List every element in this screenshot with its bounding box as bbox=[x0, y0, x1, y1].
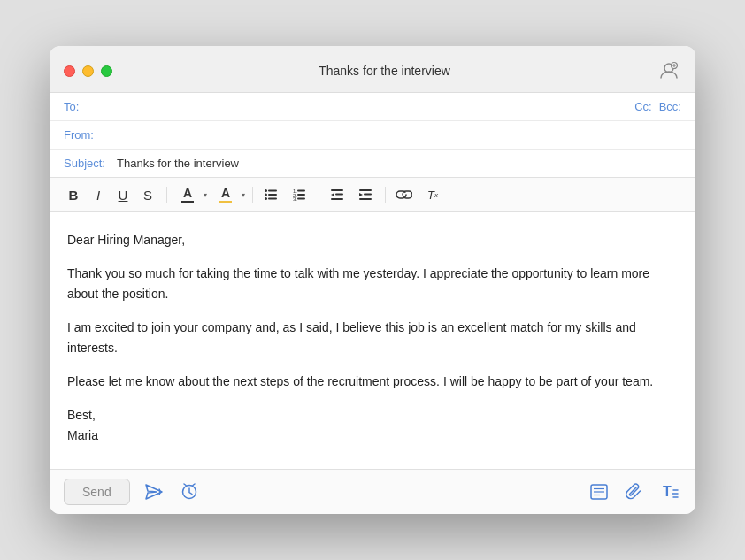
outdent-button[interactable] bbox=[326, 183, 349, 206]
font-color-group: A ▾ bbox=[174, 183, 207, 206]
font-color-indicator bbox=[181, 201, 194, 203]
svg-rect-13 bbox=[297, 194, 305, 196]
format-text-icon[interactable]: T bbox=[658, 480, 681, 503]
svg-rect-5 bbox=[268, 190, 277, 192]
separator-3 bbox=[319, 187, 319, 203]
link-button[interactable] bbox=[393, 183, 416, 206]
svg-rect-9 bbox=[268, 198, 277, 200]
compose-window: Thanks for the interview To: Cc: Bcc: Fr… bbox=[50, 46, 695, 514]
from-label: From: bbox=[64, 128, 117, 142]
header-fields: To: Cc: Bcc: From: Subject: bbox=[50, 93, 695, 178]
window-title: Thanks for the interview bbox=[112, 64, 657, 78]
svg-rect-18 bbox=[335, 194, 343, 196]
font-color-button[interactable]: A bbox=[174, 183, 201, 206]
subject-label: Subject: bbox=[64, 157, 117, 170]
highlight-button[interactable]: A bbox=[212, 183, 239, 206]
remind-me-icon[interactable] bbox=[178, 480, 201, 503]
from-row: From: bbox=[50, 121, 695, 150]
footer: Send bbox=[50, 469, 695, 514]
attach-icon[interactable] bbox=[623, 480, 646, 503]
svg-point-8 bbox=[265, 197, 267, 200]
add-contact-icon[interactable] bbox=[657, 58, 681, 83]
subject-input[interactable] bbox=[117, 157, 681, 170]
svg-rect-11 bbox=[297, 190, 305, 192]
closing: Best, bbox=[67, 408, 96, 422]
svg-point-4 bbox=[265, 189, 267, 192]
svg-rect-19 bbox=[331, 198, 343, 200]
unordered-list-button[interactable] bbox=[260, 183, 283, 206]
svg-rect-16 bbox=[331, 189, 343, 191]
paragraph2: I am excited to join your company and, a… bbox=[67, 318, 678, 357]
svg-marker-21 bbox=[359, 193, 363, 196]
footer-right-actions: T bbox=[588, 480, 681, 503]
separator-1 bbox=[166, 187, 167, 203]
greeting: Dear Hiring Manager, bbox=[67, 230, 678, 249]
svg-rect-15 bbox=[297, 198, 305, 200]
signature: Maria bbox=[67, 428, 98, 442]
separator-2 bbox=[252, 187, 253, 203]
svg-rect-23 bbox=[359, 198, 372, 200]
compose-body[interactable]: Dear Hiring Manager, Thank you so much f… bbox=[50, 212, 695, 469]
footer-left-actions bbox=[142, 480, 201, 503]
from-input[interactable] bbox=[117, 128, 681, 142]
closing-signature: Best, Maria bbox=[67, 405, 678, 445]
text-style-group: B I U S bbox=[62, 183, 159, 206]
separator-4 bbox=[385, 187, 386, 203]
cc-button[interactable]: Cc: bbox=[634, 100, 652, 113]
minimize-button[interactable] bbox=[82, 65, 94, 77]
svg-text:T: T bbox=[663, 484, 672, 499]
paragraph1: Thank you so much for taking the time to… bbox=[67, 264, 678, 303]
highlight-arrow[interactable]: ▾ bbox=[242, 191, 245, 199]
italic-button[interactable]: I bbox=[87, 183, 110, 206]
send-later-icon[interactable] bbox=[142, 480, 165, 503]
subject-row: Subject: bbox=[50, 150, 695, 177]
close-button[interactable] bbox=[64, 65, 75, 77]
bold-button[interactable]: B bbox=[62, 183, 85, 206]
formatting-toolbar: B I U S A ▾ A ▾ bbox=[50, 178, 695, 212]
titlebar: Thanks for the interview bbox=[50, 46, 695, 93]
svg-rect-20 bbox=[359, 189, 372, 191]
to-label: To: bbox=[64, 100, 117, 113]
clear-format-button[interactable]: Tx bbox=[421, 183, 444, 206]
highlight-label: A bbox=[221, 186, 230, 200]
highlight-indicator bbox=[219, 201, 232, 203]
note-icon[interactable] bbox=[588, 480, 611, 503]
strikethrough-button[interactable]: S bbox=[136, 183, 159, 206]
svg-text:3.: 3. bbox=[293, 196, 297, 201]
paragraph3: Please let me know about the next steps … bbox=[67, 372, 678, 391]
to-row: To: Cc: Bcc: bbox=[50, 93, 695, 121]
to-input[interactable] bbox=[117, 100, 634, 113]
underline-button[interactable]: U bbox=[111, 183, 134, 206]
svg-marker-17 bbox=[331, 193, 334, 196]
indent-button[interactable] bbox=[355, 183, 378, 206]
maximize-button[interactable] bbox=[101, 65, 112, 77]
send-button[interactable]: Send bbox=[64, 479, 130, 505]
to-actions: Cc: Bcc: bbox=[634, 100, 681, 113]
bcc-button[interactable]: Bcc: bbox=[659, 100, 681, 113]
font-color-label: A bbox=[183, 186, 192, 200]
svg-rect-22 bbox=[364, 194, 372, 196]
ordered-list-button[interactable]: 1. 2. 3. bbox=[288, 183, 311, 206]
traffic-lights bbox=[64, 65, 112, 77]
font-color-arrow[interactable]: ▾ bbox=[204, 191, 207, 199]
svg-point-6 bbox=[265, 194, 267, 196]
svg-rect-7 bbox=[268, 194, 277, 196]
highlight-group: A ▾ bbox=[212, 183, 245, 206]
